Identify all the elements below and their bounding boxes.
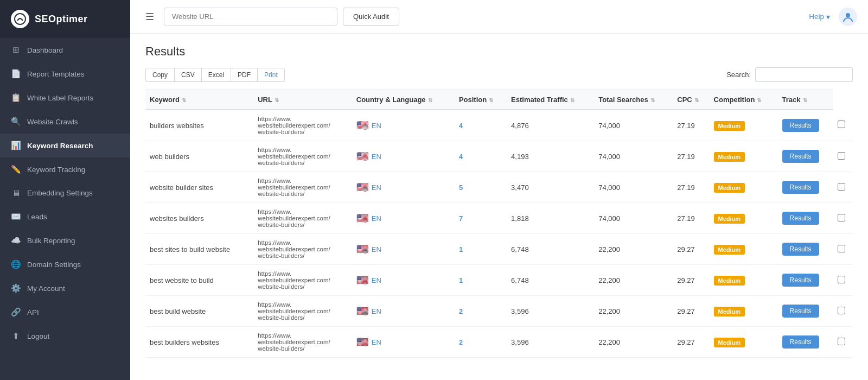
toolbar-btn-copy[interactable]: Copy: [145, 68, 175, 82]
sidebar-logo: SEOptimer: [0, 0, 130, 38]
results-button[interactable]: Results: [782, 305, 819, 318]
cell-competition: Medium: [710, 327, 778, 358]
cell-position: 5: [455, 172, 507, 203]
cell-competition: Medium: [710, 234, 778, 265]
competition-badge: Medium: [714, 214, 745, 224]
white-label-reports-icon: 📋: [11, 93, 21, 103]
cell-url: https://www. websitebuilderexpert.com/ w…: [253, 110, 352, 141]
competition-badge: Medium: [714, 121, 745, 131]
cell-track: [833, 141, 853, 172]
flag-icon: 🇺🇸: [356, 181, 368, 193]
search-input[interactable]: [755, 67, 853, 82]
cell-total-searches: 22,200: [594, 234, 673, 265]
sidebar-item-label-website-crawls: Website Crawls: [27, 118, 78, 126]
sidebar-item-bulk-reporting[interactable]: ☁️Bulk Reporting: [0, 229, 130, 252]
competition-badge: Medium: [714, 183, 745, 193]
results-button[interactable]: Results: [782, 212, 819, 225]
col-header-competition[interactable]: Competition⇅: [710, 90, 778, 110]
cell-cpc: 27.19: [673, 203, 709, 234]
track-checkbox[interactable]: [838, 121, 845, 128]
results-button[interactable]: Results: [782, 119, 819, 132]
table-toolbar: CopyCSVExcelPDFPrint Search:: [145, 67, 853, 82]
sidebar-item-website-crawls[interactable]: 🔍Website Crawls: [0, 110, 130, 134]
sidebar-item-dashboard[interactable]: ⊞Dashboard: [0, 38, 130, 62]
competition-badge: Medium: [714, 276, 745, 286]
table-row: best website to buildhttps://www. websit…: [145, 265, 853, 296]
embedding-settings-icon: 🖥: [11, 188, 21, 198]
col-header-estimated-traffic[interactable]: Estimated Traffic⇅: [507, 90, 594, 110]
api-icon: 🔗: [11, 307, 21, 317]
website-crawls-icon: 🔍: [11, 117, 21, 126]
toolbar-btn-pdf[interactable]: PDF: [231, 68, 258, 82]
language-label: EN: [372, 245, 381, 254]
cell-cpc: 29.27: [673, 234, 709, 265]
sidebar-item-report-templates[interactable]: 📄Report Templates: [0, 62, 130, 86]
search-label: Search:: [726, 71, 751, 79]
sidebar-item-my-account[interactable]: ⚙️My Account: [0, 276, 130, 300]
track-checkbox[interactable]: [838, 245, 845, 252]
flag-icon: 🇺🇸: [356, 305, 368, 317]
sidebar-item-label-embedding-settings: Embedding Settings: [27, 189, 93, 197]
track-checkbox[interactable]: [838, 276, 845, 283]
table-row: website builder siteshttps://www. websit…: [145, 172, 853, 203]
track-checkbox[interactable]: [838, 307, 845, 314]
col-header-keyword[interactable]: Keyword⇅: [145, 90, 253, 110]
cell-est-traffic: 3,470: [507, 172, 594, 203]
col-header-track[interactable]: Track⇅: [778, 90, 833, 110]
help-button[interactable]: Help ▾: [809, 12, 830, 21]
cell-competition: Medium: [710, 203, 778, 234]
topbar: ☰ Quick Audit Help ▾: [130, 0, 868, 34]
sort-icon: ⇅: [182, 97, 186, 103]
track-checkbox[interactable]: [838, 152, 845, 160]
toolbar-btn-csv[interactable]: CSV: [174, 68, 202, 82]
toolbar-btn-print[interactable]: Print: [257, 68, 285, 82]
sidebar-item-embedding-settings[interactable]: 🖥Embedding Settings: [0, 181, 130, 205]
results-button[interactable]: Results: [782, 335, 819, 349]
sidebar-item-api[interactable]: 🔗API: [0, 300, 130, 324]
cell-position: 7: [455, 203, 507, 234]
cell-track: [833, 110, 853, 141]
col-header-total-searches[interactable]: Total Searches⇅: [594, 90, 673, 110]
sidebar-item-domain-settings[interactable]: 🌐Domain Settings: [0, 252, 130, 276]
sidebar-item-keyword-tracking[interactable]: ✏️Keyword Tracking: [0, 157, 130, 181]
sidebar-item-logout[interactable]: ⬆Logout: [0, 324, 130, 348]
cell-url: https://www. websitebuilderexpert.com/ w…: [253, 203, 352, 234]
track-checkbox[interactable]: [838, 214, 845, 221]
quick-audit-button[interactable]: Quick Audit: [343, 8, 399, 26]
track-checkbox[interactable]: [838, 338, 845, 345]
leads-icon: ✉️: [11, 212, 21, 221]
sidebar-item-white-label-reports[interactable]: 📋White Label Reports: [0, 86, 130, 110]
sort-icon: ⇅: [757, 97, 761, 103]
col-header-url[interactable]: URL⇅: [253, 90, 352, 110]
track-checkbox[interactable]: [838, 183, 845, 191]
sidebar-item-label-leads: Leads: [27, 213, 47, 221]
col-header-cpc[interactable]: CPC⇅: [673, 90, 709, 110]
menu-button[interactable]: ☰: [141, 9, 158, 25]
results-button[interactable]: Results: [782, 274, 819, 287]
cell-track: [833, 296, 853, 327]
language-label: EN: [372, 276, 381, 284]
cell-total-searches: 22,200: [594, 265, 673, 296]
url-input[interactable]: [164, 8, 337, 26]
col-header-position[interactable]: Position⇅: [455, 90, 507, 110]
toolbar-btn-excel[interactable]: Excel: [201, 68, 231, 82]
competition-badge: Medium: [714, 338, 745, 347]
cell-country: 🇺🇸EN: [352, 141, 455, 172]
sidebar-item-keyword-research[interactable]: 📊Keyword Research: [0, 134, 130, 157]
cell-keyword: website builder sites: [145, 172, 253, 203]
table-row: websites buildershttps://www. websitebui…: [145, 203, 853, 234]
sidebar-item-leads[interactable]: ✉️Leads: [0, 205, 130, 229]
table-header: Keyword⇅URL⇅Country & Language⇅Position⇅…: [145, 90, 853, 110]
col-header-country-&-language[interactable]: Country & Language⇅: [352, 90, 455, 110]
cell-keyword: best sites to build website: [145, 234, 253, 265]
table-row: best sites to build websitehttps://www. …: [145, 234, 853, 265]
user-avatar[interactable]: [839, 8, 857, 26]
results-button[interactable]: Results: [782, 243, 819, 256]
cell-position: 1: [455, 234, 507, 265]
cell-cpc: 29.27: [673, 327, 709, 358]
cell-country: 🇺🇸EN: [352, 110, 455, 141]
topbar-right: Help ▾: [809, 8, 857, 26]
results-button[interactable]: Results: [782, 150, 819, 163]
cell-track: [833, 265, 853, 296]
results-button[interactable]: Results: [782, 181, 819, 194]
